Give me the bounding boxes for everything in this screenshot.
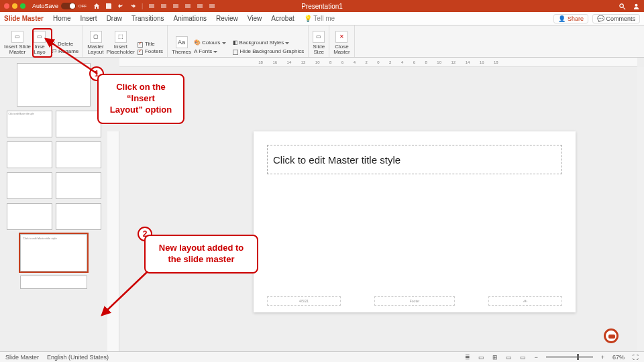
- close-icon: ✕: [335, 31, 347, 43]
- qat-icon[interactable]: [184, 3, 191, 9]
- slide-number-placeholder[interactable]: ‹#›: [488, 296, 562, 306]
- tab-home[interactable]: Home: [53, 15, 71, 22]
- layout-icon: ▭: [34, 31, 46, 43]
- traffic-lights[interactable]: [4, 3, 25, 9]
- undo-icon[interactable]: [117, 3, 124, 9]
- layout-thumbnail[interactable]: [56, 203, 101, 230]
- tab-transitions[interactable]: Transitions: [131, 15, 164, 22]
- qat-icon[interactable]: [148, 3, 155, 9]
- layout-thumbnail[interactable]: [56, 111, 101, 137]
- qat-icon[interactable]: [209, 3, 215, 9]
- qat-icon[interactable]: [160, 3, 167, 9]
- quick-access-toolbar[interactable]: |: [93, 3, 215, 9]
- delete-button[interactable]: ✕Delete: [51, 42, 78, 48]
- svg-rect-0: [149, 4, 154, 8]
- layout-thumbnail[interactable]: [20, 276, 87, 289]
- layout-thumbnail[interactable]: [7, 203, 52, 230]
- chevron-down-icon: [222, 42, 226, 46]
- layout-thumbnail-selected[interactable]: Click to edit Master title style: [20, 234, 87, 272]
- slide-canvas[interactable]: Click to edit Master title style 4/5/21 …: [254, 131, 576, 312]
- svg-rect-1: [161, 4, 166, 8]
- tell-me[interactable]: 💡 Tell me: [304, 15, 335, 22]
- minimize-window-icon[interactable]: [12, 3, 17, 9]
- notes-button[interactable]: ≣: [465, 354, 470, 361]
- share-button[interactable]: 👤 Share: [553, 14, 588, 23]
- slide-sorter-icon[interactable]: ⊞: [492, 354, 498, 361]
- qat-icon[interactable]: [197, 3, 203, 9]
- svg-point-6: [620, 3, 624, 7]
- layout-thumbnail[interactable]: Click to edit Master title style: [7, 111, 52, 137]
- redo-icon[interactable]: [129, 3, 136, 9]
- colours-dropdown[interactable]: 🎨Colours: [194, 40, 226, 46]
- fit-to-window-icon[interactable]: ⛶: [633, 354, 639, 361]
- close-master-button[interactable]: ✕ Close Master: [333, 31, 350, 55]
- title-checkbox[interactable]: Title: [138, 42, 163, 48]
- slide-size-button[interactable]: ▭ Slide Size: [313, 31, 325, 55]
- tab-animations[interactable]: Animations: [174, 15, 207, 22]
- zoom-slider[interactable]: [546, 356, 593, 358]
- ribbon: ▭ Insert Slide Master ▭ Inse Layo ✕Delet…: [0, 25, 644, 58]
- colours-icon: 🎨: [194, 40, 201, 46]
- tab-review[interactable]: Review: [216, 15, 238, 22]
- tab-slide-master[interactable]: Slide Master: [4, 15, 44, 22]
- comments-button[interactable]: 💬 Comments: [592, 14, 640, 23]
- watermark-logo: [604, 328, 637, 349]
- close-window-icon[interactable]: [4, 3, 9, 9]
- title-placeholder[interactable]: Click to edit Master title style: [267, 145, 562, 174]
- fonts-icon: A: [194, 49, 197, 55]
- autosave-toggle[interactable]: AutoSave OFF: [32, 3, 87, 9]
- svg-rect-5: [209, 4, 215, 8]
- master-thumbnail[interactable]: [17, 63, 91, 107]
- ribbon-tabs: Slide Master Home Insert Draw Transition…: [0, 12, 644, 25]
- layout-thumbnail[interactable]: [56, 141, 101, 168]
- work-area: Click to edit Master title style Click t…: [0, 58, 644, 351]
- insert-layout-button[interactable]: ▭ Inse Layo: [34, 31, 46, 55]
- insert-slide-master-button[interactable]: ▭ Insert Slide Master: [4, 31, 31, 55]
- fonts-dropdown[interactable]: AFonts: [194, 49, 226, 55]
- layout-thumbnail[interactable]: [7, 141, 52, 168]
- slideshow-view-icon[interactable]: ▭: [520, 354, 526, 361]
- toggle-icon[interactable]: [61, 3, 76, 9]
- fullscreen-window-icon[interactable]: [20, 3, 25, 9]
- chevron-down-icon: [213, 50, 217, 54]
- footers-checkbox[interactable]: Footers: [138, 49, 163, 55]
- tab-insert[interactable]: Insert: [80, 15, 97, 22]
- delete-icon: ✕: [51, 42, 56, 48]
- user-icon[interactable]: [633, 3, 640, 10]
- status-bar: Slide Master English (United States) ≣ ▭…: [0, 351, 644, 362]
- tab-acrobat[interactable]: Acrobat: [271, 15, 294, 22]
- date-placeholder[interactable]: 4/5/21: [267, 296, 341, 306]
- zoom-in-button[interactable]: +: [601, 354, 604, 361]
- home-icon[interactable]: [93, 3, 100, 9]
- footer-placeholder[interactable]: Footer: [374, 296, 455, 306]
- layout-thumbnail[interactable]: [7, 172, 52, 199]
- vertical-ruler: [107, 131, 119, 351]
- autosave-state: OFF: [78, 4, 87, 8]
- master-layout-button[interactable]: ▢ Master Layout: [87, 31, 103, 55]
- layout-thumbnail[interactable]: [56, 172, 101, 199]
- zoom-out-button[interactable]: −: [534, 354, 537, 361]
- checkbox-icon: [138, 50, 143, 55]
- tab-draw[interactable]: Draw: [107, 15, 122, 22]
- slide-editor[interactable]: 18161412108642024681012141618 Click to e…: [119, 58, 644, 351]
- vertical-scrollbar[interactable]: [637, 67, 644, 351]
- save-icon[interactable]: [105, 3, 112, 9]
- tab-view[interactable]: View: [248, 15, 262, 22]
- hide-bg-checkbox[interactable]: Hide Background Graphics: [233, 49, 305, 55]
- rename-button[interactable]: 🏷Rename: [51, 49, 78, 55]
- layout-thumbnail-pane[interactable]: Click to edit Master title style Click t…: [0, 58, 107, 351]
- qat-icon[interactable]: [172, 3, 179, 9]
- insert-placeholder-button[interactable]: ⬚ Insert Placeholder: [107, 31, 135, 55]
- themes-icon: Aa: [176, 36, 188, 48]
- search-icon[interactable]: [619, 3, 626, 10]
- svg-rect-2: [173, 4, 178, 8]
- zoom-percent[interactable]: 67%: [612, 354, 625, 361]
- themes-button[interactable]: Aa Themes: [172, 36, 191, 55]
- reading-view-icon[interactable]: ▭: [506, 354, 512, 361]
- autosave-label: AutoSave: [32, 3, 58, 9]
- background-styles-dropdown[interactable]: ◧Background Styles: [233, 40, 305, 46]
- status-language[interactable]: English (United States): [47, 354, 109, 361]
- normal-view-icon[interactable]: ▭: [478, 354, 484, 361]
- document-title: Presentation1: [301, 3, 343, 10]
- svg-rect-4: [197, 4, 203, 8]
